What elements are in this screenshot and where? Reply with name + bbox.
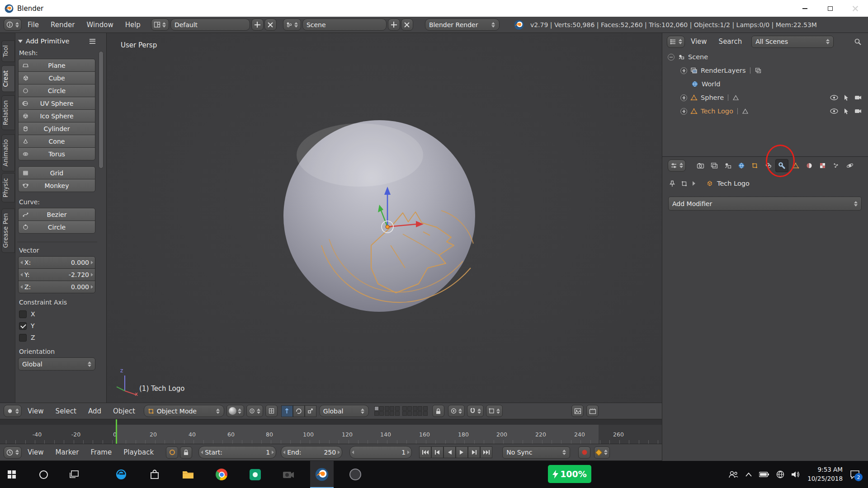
pin-icon[interactable] — [669, 180, 675, 187]
orientation-dropdown[interactable]: Global — [18, 357, 95, 371]
tab-physics[interactable]: Physic — [1, 173, 15, 202]
volume-icon[interactable] — [792, 471, 800, 478]
add-cone-button[interactable]: Cone — [18, 135, 95, 148]
tab-create[interactable]: Creat — [1, 66, 15, 92]
outliner-row-sphere[interactable]: Sphere — [662, 91, 868, 104]
jump-to-end-button[interactable] — [480, 446, 492, 458]
green-app-icon[interactable] — [243, 461, 267, 488]
pivot-align-toggle[interactable] — [265, 405, 278, 417]
viewport-menu-view[interactable]: View — [22, 407, 50, 415]
constraint-z-row[interactable]: Z — [18, 332, 95, 343]
tab-particles[interactable] — [830, 159, 843, 172]
next-keyframe-button[interactable] — [468, 446, 480, 458]
panel-menu-icon[interactable] — [90, 39, 95, 44]
camera-app-icon[interactable] — [277, 461, 300, 488]
cortana-button[interactable] — [32, 461, 55, 488]
lock-time-button[interactable] — [180, 446, 192, 459]
file-explorer-icon[interactable] — [176, 461, 200, 488]
outliner-menu-view[interactable]: View — [685, 38, 713, 46]
layers-widget[interactable] — [374, 406, 428, 416]
battery-icon[interactable] — [759, 472, 769, 477]
vector-x-slider[interactable]: X:0.000 — [18, 256, 95, 269]
tab-physics[interactable] — [843, 159, 856, 172]
viewport-shading-dropdown[interactable] — [226, 405, 244, 417]
timeline-menu-frame[interactable]: Frame — [85, 448, 118, 456]
people-icon[interactable] — [728, 470, 738, 479]
opengl-render-anim-button[interactable] — [586, 405, 599, 417]
recorder-app-icon[interactable] — [344, 461, 367, 488]
lock-to-scene-toggle[interactable] — [432, 405, 444, 417]
viewport-menu-select[interactable]: Select — [50, 407, 82, 415]
tab-tools[interactable]: Tool — [1, 40, 15, 62]
tab-texture[interactable] — [816, 159, 829, 172]
constraint-x-checkbox[interactable] — [19, 310, 27, 318]
viewport-menu-object[interactable]: Object — [107, 407, 141, 415]
minimize-button[interactable] — [792, 0, 817, 17]
menu-window[interactable]: Window — [81, 21, 119, 29]
vector-z-slider[interactable]: Z:0.000 — [18, 281, 95, 293]
collapse-icon[interactable] — [668, 54, 675, 61]
add-grid-button[interactable]: Grid — [18, 166, 95, 179]
outliner-editor-type-button[interactable] — [667, 36, 685, 48]
screen-layout-icon-button[interactable] — [151, 19, 169, 31]
visibility-eye-icon[interactable] — [830, 95, 838, 100]
mode-dropdown[interactable]: Object Mode — [144, 405, 224, 417]
add-scene-button[interactable] — [388, 19, 400, 31]
timeline-menu-marker[interactable]: Marker — [50, 448, 85, 456]
outliner-row-scene[interactable]: Scene — [662, 50, 868, 64]
previous-keyframe-button[interactable] — [431, 446, 443, 458]
play-button[interactable] — [456, 446, 468, 458]
constraint-y-checkbox[interactable] — [19, 322, 27, 330]
tab-object[interactable] — [748, 159, 761, 172]
viewport-editor-type-button[interactable] — [4, 405, 22, 417]
scale-manipulator-toggle[interactable] — [305, 405, 316, 417]
tab-relations[interactable]: Relation — [1, 95, 15, 130]
timeline-menu-playback[interactable]: Playback — [118, 448, 160, 456]
outliner-menu-search[interactable]: Search — [713, 38, 748, 46]
close-button[interactable] — [843, 0, 868, 17]
add-bezier-button[interactable]: Bezier — [18, 208, 95, 221]
rotate-manipulator-toggle[interactable] — [293, 405, 305, 417]
auto-keyframe-record-button[interactable] — [578, 446, 590, 459]
add-layout-button[interactable] — [251, 19, 264, 31]
maximize-button[interactable] — [817, 0, 843, 17]
pivot-point-dropdown[interactable] — [246, 405, 263, 417]
renderability-camera-icon[interactable] — [854, 95, 862, 100]
constraint-z-checkbox[interactable] — [19, 334, 27, 342]
scene-dropdown[interactable]: Scene — [302, 19, 387, 31]
constraint-x-row[interactable]: X — [18, 308, 95, 320]
visibility-eye-icon[interactable] — [830, 108, 838, 114]
panel-collapse-icon[interactable] — [18, 40, 23, 43]
sync-dropdown[interactable]: No Sync — [502, 446, 570, 459]
menu-render[interactable]: Render — [45, 21, 80, 29]
add-torus-button[interactable]: Torus — [18, 147, 95, 160]
store-icon[interactable] — [143, 461, 166, 488]
end-frame-slider[interactable]: End:250 — [281, 446, 342, 459]
constraint-y-row[interactable]: Y — [18, 320, 95, 332]
scene-icon-button[interactable] — [283, 19, 301, 31]
outliner-row-world[interactable]: World — [662, 77, 868, 91]
transform-orientation-dropdown[interactable]: Global — [319, 405, 369, 417]
add-modifier-dropdown[interactable]: Add Modifier — [668, 197, 862, 211]
snap-toggle[interactable] — [467, 405, 484, 417]
timeline-editor-type-button[interactable] — [4, 446, 22, 459]
tab-grease-pencil[interactable]: Grease Pen — [1, 208, 15, 253]
hidden-icons-chevron[interactable] — [745, 473, 752, 477]
add-uv-sphere-button[interactable]: UV Sphere — [18, 97, 95, 110]
add-curve-circle-button[interactable]: Circle — [18, 221, 95, 234]
display-filter-dropdown[interactable]: All Scenes — [751, 36, 834, 48]
play-reverse-button[interactable] — [443, 446, 456, 458]
current-frame-indicator[interactable] — [116, 419, 117, 444]
current-frame-field[interactable]: 1 — [349, 446, 412, 459]
add-circle-button[interactable]: Circle — [18, 84, 95, 97]
tab-scene[interactable] — [721, 159, 734, 172]
preview-range-button[interactable] — [166, 446, 178, 459]
translate-manipulator-toggle[interactable] — [281, 405, 293, 417]
delete-scene-button[interactable] — [401, 19, 413, 31]
chrome-icon[interactable] — [210, 461, 233, 488]
network-icon[interactable] — [776, 470, 784, 479]
blender-taskbar-icon[interactable] — [310, 461, 334, 488]
tab-render-layers[interactable] — [708, 159, 721, 172]
outliner-row-renderlayers[interactable]: RenderLayers — [662, 64, 868, 77]
edge-icon[interactable] — [109, 461, 133, 488]
